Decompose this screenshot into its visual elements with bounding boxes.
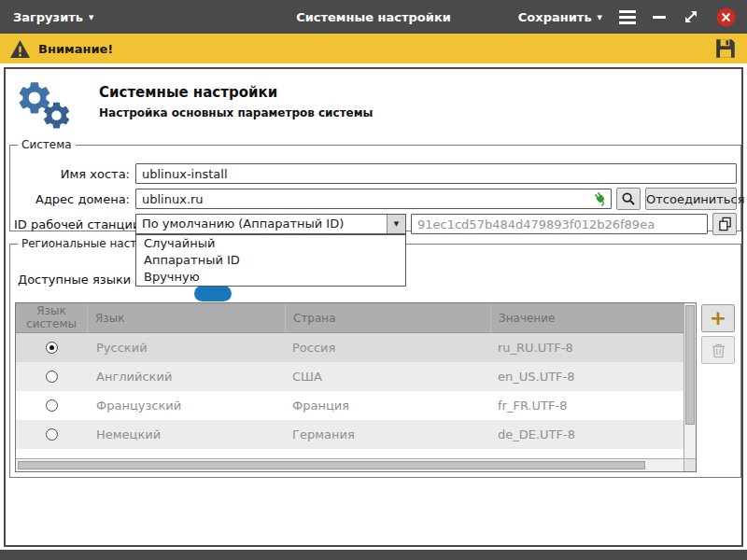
dropdown-option-manual[interactable]: Вручную [136, 269, 405, 286]
bottom-bar [0, 550, 747, 560]
cell-value: ru_RU.UTF-8 [490, 341, 684, 355]
cell-country: Германия [285, 427, 490, 441]
titlebar-controls: Сохранить ▼ [518, 0, 736, 34]
header-country: Страна [285, 303, 490, 332]
table-row-1[interactable]: Английский США en_US.UTF-8 [16, 362, 684, 391]
station-id-dropdown: Случайный Аппаратный ID Вручную [135, 234, 406, 287]
save-button-label: Сохранить [518, 10, 592, 24]
system-legend: Система [18, 138, 76, 151]
warning-label: Внимание! [38, 42, 113, 56]
domain-label: Адрес домена: [14, 192, 135, 206]
domain-row: Адрес домена: [14, 188, 737, 210]
app-window: Загрузить ▼ Системные настройки Сохранит… [0, 0, 747, 560]
header-language: Язык [87, 303, 285, 332]
add-language-button[interactable]: + [701, 304, 735, 332]
page-subtitle: Настройка основных параметров системы [99, 106, 373, 119]
search-icon [621, 191, 636, 206]
header-system-lang: Язык системы [16, 303, 87, 332]
vertical-scrollbar-thumb[interactable] [685, 305, 695, 425]
horizontal-scrollbar[interactable] [16, 458, 684, 471]
cell-country: Франция [285, 399, 490, 413]
chevron-down-icon: ▼ [598, 15, 602, 21]
cell-language: Немецкий [87, 427, 285, 441]
cell-language: Русский [87, 341, 285, 355]
warning-bar: Внимание! [0, 34, 747, 63]
cell-value: en_US.UTF-8 [490, 370, 684, 384]
cell-country: Россия [285, 341, 490, 355]
horizontal-scrollbar-thumb[interactable] [18, 461, 645, 469]
search-button[interactable] [616, 188, 641, 210]
gears-icon [15, 78, 73, 133]
table-header-row: Язык системы Язык Страна Значение [16, 303, 684, 333]
table-row-2[interactable]: Французский Франция fr_FR.UTF-8 [16, 391, 684, 420]
copy-icon [718, 217, 732, 231]
table-body: Русский Россия ru_RU.UTF-8 Английский СШ… [16, 333, 684, 458]
menu-icon[interactable] [619, 10, 636, 24]
row-radio-3[interactable] [46, 428, 58, 441]
language-toggle[interactable] [194, 286, 232, 301]
station-id-label: ID рабочей станции: [14, 217, 135, 231]
cell-value: de_DE.UTF-8 [490, 427, 684, 441]
combobox-selected-value: По умолчанию (Аппаратный ID) [136, 215, 387, 233]
station-id-value-wrap [411, 214, 708, 234]
table-row-0[interactable]: Русский Россия ru_RU.UTF-8 [16, 333, 684, 362]
hostname-label: Имя хоста: [14, 167, 135, 181]
main-panel: Системные настройки Настройка основных п… [4, 67, 743, 547]
load-button-label: Загрузить [13, 10, 83, 24]
vertical-scrollbar[interactable] [684, 303, 696, 458]
station-id-value-field[interactable] [411, 214, 708, 234]
domain-input[interactable] [135, 189, 612, 209]
scrollbar-corner [684, 458, 696, 471]
chevron-down-icon[interactable]: ▼ [387, 215, 405, 233]
languages-table: Язык системы Язык Страна Значение Русски… [15, 302, 697, 472]
domain-input-wrap [135, 189, 612, 209]
cell-language: Английский [87, 370, 285, 384]
row-radio-1[interactable] [46, 371, 58, 383]
minimize-icon[interactable] [653, 16, 666, 19]
row-radio-2[interactable] [46, 399, 58, 412]
station-id-mode-combobox[interactable]: По умолчанию (Аппаратный ID) ▼ Случайный… [135, 214, 406, 234]
page-title: Системные настройки [99, 84, 277, 101]
cell-language: Французский [87, 399, 285, 413]
cell-value: fr_FR.UTF-8 [490, 399, 684, 413]
delete-language-button[interactable] [701, 336, 735, 364]
copy-button[interactable] [712, 213, 737, 235]
station-id-row: ID рабочей станции: По умолчанию (Аппара… [14, 213, 737, 235]
header-value: Значение [490, 303, 684, 332]
table-row-3[interactable]: Немецкий Германия de_DE.UTF-8 [16, 420, 684, 449]
disconnect-button[interactable]: Отсоединиться [645, 188, 737, 210]
cell-country: США [285, 370, 490, 384]
dropdown-option-random[interactable]: Случайный [136, 235, 405, 252]
load-button[interactable]: Загрузить ▼ [13, 0, 93, 34]
save-button[interactable]: Сохранить ▼ [518, 10, 602, 24]
hostname-input[interactable] [135, 163, 737, 184]
plus-icon: + [710, 309, 726, 328]
titlebar: Загрузить ▼ Системные настройки Сохранит… [0, 0, 747, 34]
resize-icon[interactable] [683, 8, 699, 25]
hostname-row: Имя хоста: [14, 162, 737, 185]
save-file-icon[interactable] [713, 36, 738, 61]
chevron-down-icon: ▼ [89, 15, 93, 21]
dropdown-option-hardware[interactable]: Аппаратный ID [136, 252, 405, 269]
system-fieldset: Система Имя хоста: Адрес домена: [9, 138, 741, 231]
warning-icon [9, 39, 31, 59]
close-icon[interactable] [716, 7, 736, 27]
trash-icon [712, 343, 726, 358]
row-radio-0[interactable] [46, 342, 58, 354]
